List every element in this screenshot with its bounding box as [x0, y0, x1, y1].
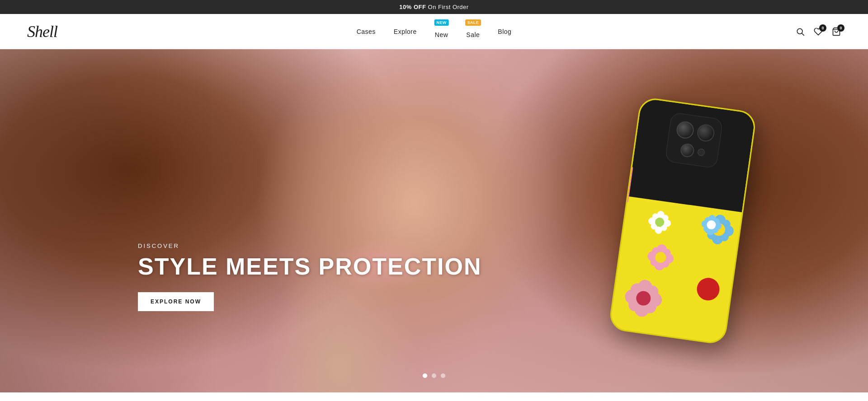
navigation: Cases Explore New New Sale Sale Blog [357, 25, 512, 38]
announcement-bar: 10% OFF On First Order [0, 0, 868, 14]
trusted-section: Trusted by 40,000+ Customers ⭐ 🛡️ 🚚 [0, 392, 868, 401]
nav-item-cases[interactable]: Cases [357, 28, 376, 35]
hero-section: DISCOVER STYLE MEETS PROTECTION EXPLORE … [0, 49, 868, 392]
camera-module [665, 112, 723, 168]
search-icon [796, 27, 805, 36]
slide-dot-3[interactable] [441, 373, 445, 378]
wishlist-count: 0 [819, 24, 826, 32]
nav-item-blog[interactable]: Blog [498, 28, 511, 35]
announcement-highlight: 10% OFF [399, 4, 426, 10]
logo[interactable]: Shell [27, 22, 57, 41]
explore-now-button[interactable]: EXPLORE NOW [138, 292, 214, 311]
nav-label-cases: Cases [357, 28, 376, 35]
nav-label-blog: Blog [498, 28, 511, 35]
nav-label-explore: Explore [394, 28, 417, 35]
hero-title: STYLE MEETS PROTECTION [138, 254, 482, 280]
badge-sale: Sale [465, 19, 481, 26]
camera-lens-1 [675, 120, 695, 140]
wishlist-button[interactable]: 0 [814, 27, 823, 36]
svg-line-1 [802, 33, 804, 35]
search-button[interactable] [796, 27, 805, 36]
flower-pink-gingham [645, 242, 676, 273]
hero-background [0, 49, 868, 392]
flower-blue-small [700, 214, 723, 237]
hero-content: DISCOVER STYLE MEETS PROTECTION EXPLORE … [138, 242, 482, 311]
nav-item-sale[interactable]: Sale Sale [466, 25, 480, 38]
header: Shell Cases Explore New New Sale Sale Bl… [0, 14, 868, 49]
camera-lens-3 [679, 143, 695, 158]
cart-count: 0 [837, 24, 844, 32]
cart-button[interactable]: 0 [832, 27, 841, 36]
slider-dots [423, 373, 445, 378]
header-icons: 0 0 [796, 27, 841, 36]
nav-item-new[interactable]: New New [435, 25, 448, 38]
phone-screen [628, 98, 755, 212]
nav-label-new: New [435, 31, 448, 38]
announcement-text: On First Order [426, 4, 468, 10]
slide-dot-1[interactable] [423, 373, 427, 378]
camera-lens-2 [696, 123, 715, 143]
hero-discover-label: DISCOVER [138, 242, 482, 249]
flower-white-star [646, 208, 674, 236]
nav-label-sale: Sale [466, 31, 480, 38]
slide-dot-2[interactable] [432, 373, 436, 378]
camera-flash [697, 148, 705, 156]
badge-new: New [434, 19, 449, 26]
nav-item-explore[interactable]: Explore [394, 28, 417, 35]
flower-pink-large [620, 275, 666, 322]
red-circle [695, 276, 721, 302]
